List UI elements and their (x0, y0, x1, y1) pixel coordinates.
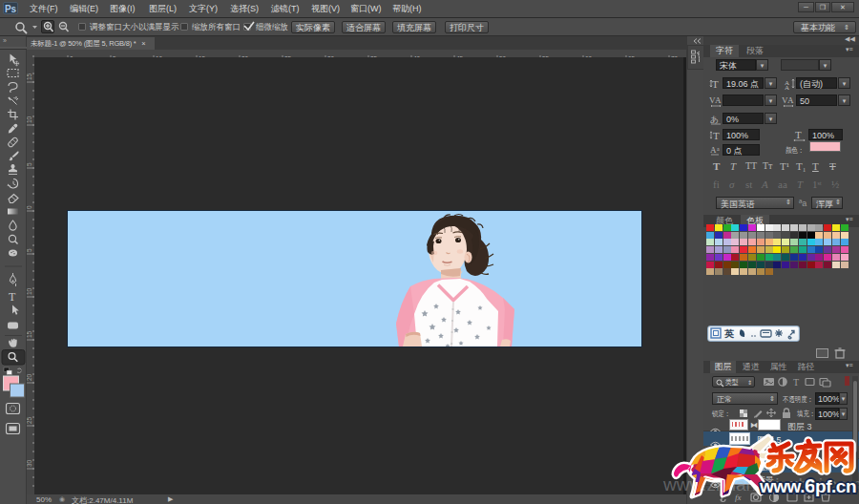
svg-text:T: T (793, 377, 799, 388)
svg-text:25: 25 (27, 416, 32, 424)
svg-text:あ: あ (710, 115, 719, 124)
svg-text:15: 15 (27, 330, 32, 338)
svg-text:5: 5 (27, 162, 32, 166)
svg-text:A: A (710, 145, 717, 155)
svg-text:0: 0 (27, 205, 32, 209)
svg-text:30: 30 (27, 459, 32, 467)
svg-text:T: T (713, 130, 720, 141)
svg-text:5: 5 (27, 248, 32, 252)
svg-text:10: 10 (27, 116, 32, 123)
svg-text:T: T (712, 78, 719, 90)
svg-text:15: 15 (27, 73, 32, 80)
svg-text:20: 20 (27, 373, 32, 381)
svg-text:T: T (9, 290, 16, 304)
svg-text:A: A (715, 95, 722, 105)
svg-text:A: A (785, 84, 789, 90)
svg-text:A: A (787, 95, 794, 105)
svg-text:a: a (717, 146, 720, 152)
svg-text:英: 英 (723, 328, 735, 339)
svg-text:T: T (795, 129, 802, 140)
svg-text:10: 10 (27, 287, 32, 295)
